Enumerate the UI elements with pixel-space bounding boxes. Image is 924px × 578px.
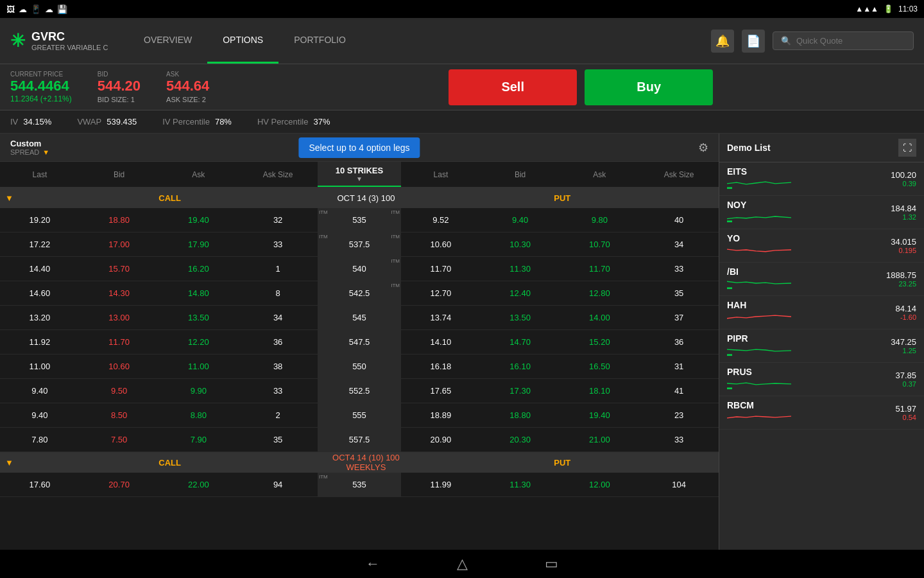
select-legs-button[interactable]: Select up to 4 option legs: [298, 137, 420, 158]
call-ask: 12.20: [159, 337, 239, 347]
put-bid: 16.10: [481, 362, 560, 371]
header-actions: 🔔 📄 🔍: [711, 30, 924, 53]
strikes-header[interactable]: 10 STRIKES ▼: [318, 162, 401, 187]
watchlist-price: 100.20: [891, 170, 916, 180]
watchlist-price: 347.25: [891, 337, 916, 347]
options-panel: Custom SPREAD ▼ Select up to 4 option le…: [0, 134, 719, 550]
strike-cell[interactable]: 542.5 ITM: [318, 281, 401, 305]
table-row[interactable]: 11.00 10.60 11.00 38 550 16.18 16.10 16.…: [0, 355, 719, 379]
tab-overview[interactable]: OVERVIEW: [128, 18, 207, 64]
put-asksize: 40: [639, 215, 719, 225]
bid-label: BID: [98, 71, 141, 78]
put-asksize: 33: [639, 435, 719, 444]
table-row[interactable]: 9.40 9.50 9.90 33 552.5 17.65 17.30 18.1…: [0, 379, 719, 403]
bid-size: BID SIZE: 1: [98, 96, 141, 103]
recents-button[interactable]: ▭: [545, 556, 558, 572]
expand-button[interactable]: ⛶: [898, 139, 916, 157]
options-table: ▼ CALL OCT 14 (3) 100 PUT 19.20 18.80 19…: [0, 188, 719, 550]
table-row[interactable]: 19.20 18.80 19.40 32 ITM 535 ITM 9.52 9.…: [0, 208, 719, 232]
quick-quote-container[interactable]: 🔍: [773, 31, 914, 50]
put-side: 9.52 9.40 9.80 40: [401, 215, 719, 225]
watchlist-item[interactable]: PIPR 347.25 1.25: [719, 329, 924, 363]
notification-button[interactable]: 🔔: [711, 30, 734, 53]
strike-cell[interactable]: 550: [318, 355, 401, 378]
vwap-value: 539.435: [107, 117, 137, 127]
watchlist-left: PIPR: [727, 333, 891, 358]
watchlist-price: 51.97: [895, 404, 916, 414]
call-side: 19.20 18.80 19.40 32: [0, 215, 318, 225]
strike-cell[interactable]: 540 ITM: [318, 257, 401, 281]
sell-button[interactable]: Sell: [449, 69, 577, 105]
call-bid: 8.50: [80, 410, 159, 420]
strike-cell[interactable]: 545: [318, 306, 401, 329]
table-row[interactable]: 14.40 15.70 16.20 1 540 ITM 11.70 11.30 …: [0, 257, 719, 281]
strike-cell[interactable]: ITM 535: [318, 473, 401, 496]
table-row[interactable]: 13.20 13.00 13.50 34 545 13.74 13.50 14.…: [0, 306, 719, 330]
watchlist-item[interactable]: /BI 1888.75 23.25: [719, 263, 924, 296]
put-ask: 19.40: [560, 410, 640, 420]
logo-icon: ✳: [10, 30, 25, 51]
table-row[interactable]: 11.92 11.70 12.20 36 547.5 14.10 14.70 1…: [0, 330, 719, 355]
svg-rect-3: [727, 354, 732, 356]
put-last: 20.90: [401, 435, 481, 444]
table-row[interactable]: 7.80 7.50 7.90 35 557.5 20.90 20.30 21.0…: [0, 428, 719, 452]
call-ask: 14.80: [159, 288, 239, 298]
table-row[interactable]: 17.60 20.70 22.00 94 ITM 535 11.99 11.30…: [0, 473, 719, 497]
home-button[interactable]: △: [457, 556, 468, 572]
call-asksize: 33: [238, 386, 318, 396]
put-last: 17.65: [401, 386, 481, 396]
strike-cell[interactable]: 552.5: [318, 379, 401, 403]
call-bid: 11.70: [80, 337, 159, 347]
ask-label: ASK: [166, 71, 209, 78]
svg-rect-4: [727, 387, 732, 389]
table-row[interactable]: 14.60 14.30 14.80 8 542.5 ITM 12.70 12.4…: [0, 281, 719, 306]
back-button[interactable]: ←: [366, 556, 380, 572]
call-side: 11.92 11.70 12.20 36: [0, 337, 318, 347]
settings-button[interactable]: ⚙: [698, 141, 708, 155]
watchlist-change: 0.54: [895, 414, 916, 421]
call-bid: 20.70: [80, 480, 159, 489]
watchlist-item[interactable]: PRUS 37.85 0.37: [719, 363, 924, 396]
call-side: 9.40 9.50 9.90 33: [0, 386, 318, 396]
sparkline: [727, 210, 791, 223]
watchlist-right: 100.20 0.39: [891, 170, 916, 188]
watchlist-item[interactable]: NOY 184.84 1.32: [719, 196, 924, 229]
strike-cell[interactable]: ITM 535 ITM: [318, 208, 401, 232]
watchlist-item[interactable]: YO 34.015 0.195: [719, 229, 924, 263]
put-asksize: 23: [639, 410, 719, 420]
call-side: 14.60 14.30 14.80 8: [0, 288, 318, 298]
put-ask: 18.10: [560, 386, 640, 396]
watchlist-item[interactable]: EITS 100.20 0.39: [719, 162, 924, 196]
table-row[interactable]: 9.40 8.50 8.80 2 555 18.89 18.80 19.40 2…: [0, 403, 719, 428]
buy-button[interactable]: Buy: [585, 69, 713, 105]
document-button[interactable]: 📄: [742, 30, 765, 53]
call-ask-header: Ask: [169, 170, 227, 179]
strike-cell[interactable]: 555: [318, 403, 401, 427]
time-display: 11:03: [898, 4, 918, 13]
main-content: Custom SPREAD ▼ Select up to 4 option le…: [0, 134, 924, 550]
nav-tabs: OVERVIEW OPTIONS PORTFOLIO: [128, 18, 361, 64]
ticker-name: GREATER VARIABLE C: [31, 44, 108, 51]
watchlist-price: 34.015: [891, 237, 916, 247]
quick-quote-input[interactable]: [796, 36, 905, 46]
watchlist-item[interactable]: HAH 84.14 -1.60: [719, 296, 924, 329]
strike-cell[interactable]: 547.5: [318, 330, 401, 354]
right-panel: Demo List ⛶ EITS 100.20 0.39 NOY 184.84: [719, 134, 924, 550]
watchlist-left: NOY: [727, 200, 891, 225]
put-side: 11.70 11.30 11.70 33: [401, 264, 719, 274]
tab-portfolio[interactable]: PORTFOLIO: [278, 18, 361, 64]
watchlist-change: 1.32: [891, 213, 916, 221]
watchlist-item[interactable]: RBCM 51.97 0.54: [719, 396, 924, 430]
tab-options[interactable]: OPTIONS: [207, 18, 278, 64]
put-ask-header: Ask: [570, 170, 628, 179]
call-side: 9.40 8.50 8.80 2: [0, 410, 318, 420]
expiry-row[interactable]: ▼ CALL OCT 14 (3) 100 PUT: [0, 188, 719, 208]
strike-cell[interactable]: 557.5: [318, 428, 401, 451]
battery-icon: 🔋: [884, 4, 893, 13]
status-icons: 🖼 ☁ 📱 ☁ 💾: [6, 4, 67, 14]
price-change: 11.2364 (+2.11%): [10, 94, 72, 103]
strike-cell[interactable]: ITM 537.5 ITM: [318, 232, 401, 256]
call-side: 11.00 10.60 11.00 38: [0, 362, 318, 371]
table-row[interactable]: 17.22 17.00 17.90 33 ITM 537.5 ITM 10.60…: [0, 232, 719, 257]
expiry-row[interactable]: ▼ CALL OCT4 14 (10) 100 WEEKLYS PUT: [0, 452, 719, 473]
